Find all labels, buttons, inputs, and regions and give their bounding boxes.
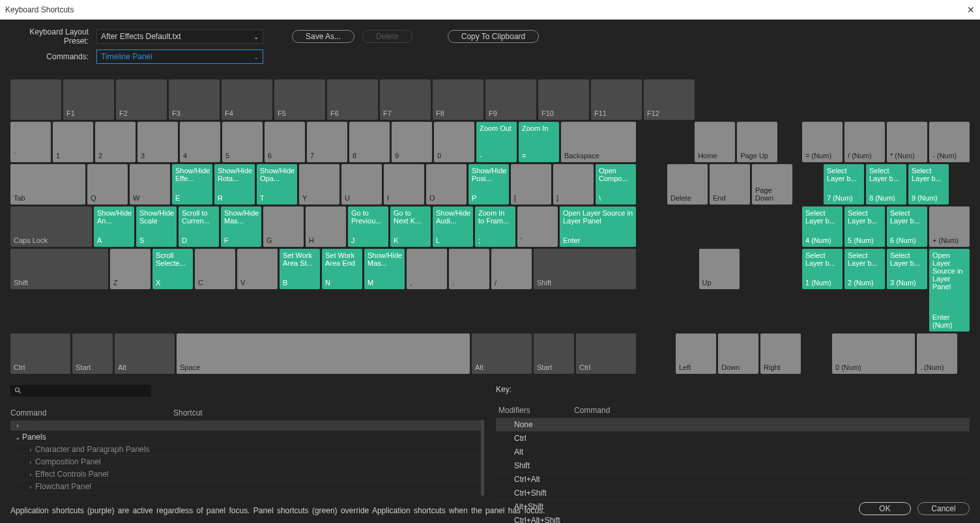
key--num-[interactable]: - (Num) xyxy=(929,122,970,162)
key-m[interactable]: Show/Hide Mas...M xyxy=(364,249,405,289)
key-left[interactable]: Left xyxy=(676,333,716,374)
key--[interactable]: ' xyxy=(517,206,558,247)
key--num-[interactable]: . (Num) xyxy=(917,333,957,374)
key-9[interactable]: 9 xyxy=(392,122,432,162)
key-8[interactable]: 8 xyxy=(349,122,390,162)
key-tab[interactable]: Tab xyxy=(10,164,85,205)
key--[interactable]: , xyxy=(407,249,447,289)
key-alt[interactable]: Alt xyxy=(472,333,532,374)
key-start[interactable]: Start xyxy=(72,333,113,374)
key-f[interactable]: Show/Hide Mas...F xyxy=(221,206,261,247)
key-l[interactable]: Show/Hide Audi...L xyxy=(433,206,473,247)
key-f1[interactable]: F1 xyxy=(63,79,114,120)
key-1-num-[interactable]: Select Layer b...1 (Num) xyxy=(802,249,843,289)
key-q[interactable]: Q xyxy=(87,164,128,205)
cancel-button[interactable]: Cancel xyxy=(917,502,970,515)
key-delete[interactable]: Delete xyxy=(667,164,708,205)
key-end[interactable]: End xyxy=(710,164,750,205)
key--[interactable]: Zoom Out- xyxy=(476,122,517,162)
key-up[interactable]: Up xyxy=(699,249,740,289)
modifier-row[interactable]: Alt xyxy=(496,445,970,459)
modifier-row[interactable]: None xyxy=(496,417,970,431)
key-right[interactable]: Right xyxy=(760,333,801,374)
key-p[interactable]: Show/Hide Posi...P xyxy=(468,164,509,205)
command-tree[interactable]: ›⌄Panels›Character and Paragraph Panels›… xyxy=(10,420,481,496)
key-enter[interactable]: Open Layer Source in Layer PanelEnter xyxy=(560,206,636,247)
key-9-num-[interactable]: Select Layer b...9 (Num) xyxy=(908,164,949,205)
key-f2[interactable]: F2 xyxy=(116,79,167,120)
key-i[interactable]: I xyxy=(384,164,424,205)
key-v[interactable]: V xyxy=(237,249,278,289)
key-f10[interactable]: F10 xyxy=(538,79,589,120)
key-space[interactable]: Space xyxy=(177,333,470,374)
key-e[interactable]: Show/Hide Effe...E xyxy=(172,164,212,205)
tree-row[interactable]: ›Character and Paragraph Panels xyxy=(10,443,481,455)
key-6-num-[interactable]: Select Layer b...6 (Num) xyxy=(887,206,927,247)
key--[interactable]: Zoom In= xyxy=(519,122,559,162)
search-input[interactable] xyxy=(10,385,151,397)
key--num-[interactable]: * (Num) xyxy=(887,122,927,162)
modifier-row[interactable]: Shift xyxy=(496,459,970,472)
key-0[interactable]: 0 xyxy=(434,122,474,162)
close-icon[interactable]: ✕ xyxy=(967,5,975,15)
key-2-num-[interactable]: Select Layer b...2 (Num) xyxy=(844,249,885,289)
key-2[interactable]: 2 xyxy=(95,122,136,162)
copy-clipboard-button[interactable]: Copy To Clipboard xyxy=(448,30,540,43)
key-1[interactable]: 1 xyxy=(53,122,93,162)
key--[interactable]: [ xyxy=(511,164,551,205)
key-4[interactable]: 4 xyxy=(180,122,220,162)
key-x[interactable]: Scroll Selecte...X xyxy=(152,249,193,289)
key-7[interactable]: 7 xyxy=(307,122,347,162)
key-5-num-[interactable]: Select Layer b...5 (Num) xyxy=(844,206,885,247)
key--[interactable]: ] xyxy=(553,164,594,205)
key-n[interactable]: Set Work Area EndN xyxy=(322,249,362,289)
key-f12[interactable]: F12 xyxy=(644,79,695,120)
ok-button[interactable]: OK xyxy=(859,502,911,515)
key--num-[interactable]: + (Num) xyxy=(929,206,970,247)
key-f6[interactable]: F6 xyxy=(327,79,378,120)
key-f3[interactable]: F3 xyxy=(169,79,220,120)
key-f4[interactable]: F4 xyxy=(222,79,272,120)
modifier-row[interactable]: Ctrl+Alt xyxy=(496,472,970,486)
key-w[interactable]: W xyxy=(130,164,170,205)
key-j[interactable]: Go to Previou...J xyxy=(348,206,388,247)
key-h[interactable]: H xyxy=(306,206,346,247)
key-3[interactable]: 3 xyxy=(137,122,178,162)
key-z[interactable]: Z xyxy=(110,249,151,289)
key-f8[interactable]: F8 xyxy=(433,79,483,120)
key-g[interactable]: G xyxy=(263,206,304,247)
key-page-down[interactable]: Page Down xyxy=(752,164,792,205)
key-down[interactable]: Down xyxy=(718,333,758,374)
key-enter-num-[interactable]: Open Layer Source in Layer PanelEnter (N… xyxy=(929,249,970,332)
key-r[interactable]: Show/Hide Rota...R xyxy=(214,164,255,205)
key-7-num-[interactable]: Select Layer b...7 (Num) xyxy=(824,164,864,205)
commands-dropdown[interactable]: Timeline Panel ⌄ xyxy=(96,49,263,64)
key-ctrl[interactable]: Ctrl xyxy=(576,333,636,374)
key-f5[interactable]: F5 xyxy=(274,79,325,120)
key-caps-lock[interactable]: Caps Lock xyxy=(10,206,92,247)
key-backspace[interactable]: Backspace xyxy=(561,122,636,162)
key-s[interactable]: Show/Hide ScaleS xyxy=(136,206,177,247)
key-shift[interactable]: Shift xyxy=(534,249,636,289)
key-alt[interactable]: Alt xyxy=(115,333,175,374)
key-b[interactable]: Set Work Area St...B xyxy=(280,249,320,289)
delete-button[interactable]: Delete xyxy=(362,30,412,43)
key-home[interactable]: Home xyxy=(695,122,735,162)
key-f11[interactable]: F11 xyxy=(591,79,642,120)
key-k[interactable]: Go to Next K...K xyxy=(390,206,431,247)
save-as-button[interactable]: Save As... xyxy=(292,30,354,43)
key-5[interactable]: 5 xyxy=(222,122,263,162)
key-d[interactable]: Scroll to Curren...D xyxy=(179,206,219,247)
scrollbar[interactable] xyxy=(481,420,484,496)
key-ctrl[interactable]: Ctrl xyxy=(10,333,70,374)
key-start[interactable]: Start xyxy=(534,333,574,374)
key-t[interactable]: Show/Hide Opa...T xyxy=(257,164,297,205)
key-6[interactable]: 6 xyxy=(265,122,305,162)
key-4-num-[interactable]: Select Layer b...4 (Num) xyxy=(802,206,843,247)
key-f7[interactable]: F7 xyxy=(380,79,431,120)
preset-dropdown[interactable]: After Effects Default.txt ⌄ xyxy=(96,29,263,44)
tree-row[interactable]: › xyxy=(10,420,481,431)
key-page-up[interactable]: Page Up xyxy=(737,122,777,162)
key-a[interactable]: Show/Hide An...A xyxy=(94,206,134,247)
key--num-[interactable]: = (Num) xyxy=(802,122,843,162)
